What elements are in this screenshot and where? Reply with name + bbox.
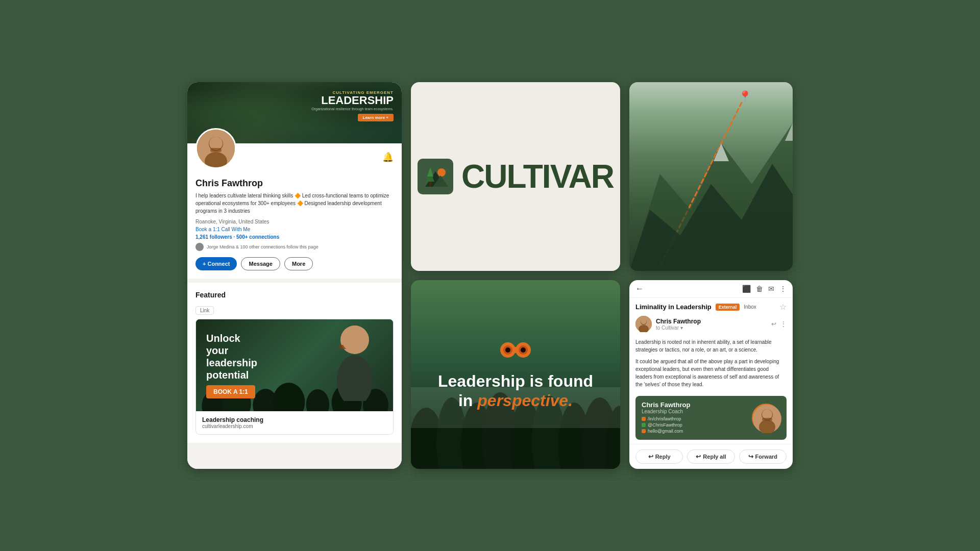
- connection-avatar: [195, 243, 204, 251]
- reply-button[interactable]: ↩ Reply: [635, 449, 683, 464]
- phone-frame[interactable]: CULTIVATING EMERGENT LEADERSHIP Organiza…: [187, 82, 402, 469]
- reply-icon[interactable]: ↩: [771, 320, 776, 328]
- profile-stats[interactable]: 1,261 followers · 500+ connections: [195, 234, 394, 240]
- cultivar-logo: CULTIVAR: [418, 158, 614, 195]
- sig-links: /in/chrisfawthrop @ChrisFawthrop hello@g…: [642, 416, 746, 434]
- linkedin-profile-card: CULTIVATING EMERGENT LEADERSHIP Organiza…: [187, 82, 402, 469]
- sig-linkedin: /in/chrisfawthrop: [642, 416, 746, 421]
- delete-icon[interactable]: 🗑: [756, 285, 763, 293]
- reply-btn-icon: ↩: [648, 453, 653, 460]
- featured-banner: Unlock your leadership potential BOOK A …: [196, 319, 393, 411]
- email-footer-buttons: ↩ Reply ↩ Reply all ↪ Forward: [629, 444, 793, 469]
- connect-button[interactable]: + Connect: [195, 257, 237, 270]
- email-paragraph-2: It could be argued that all of the above…: [635, 358, 787, 388]
- svg-rect-52: [762, 418, 772, 421]
- sender-info: Chris Fawthrop to Cultivar ▾: [656, 318, 767, 331]
- action-buttons: + Connect Message More: [195, 257, 394, 270]
- svg-point-14: [337, 355, 373, 401]
- signature-avatar: [752, 404, 780, 432]
- back-button[interactable]: ←: [635, 284, 644, 293]
- email-quick-actions: ↩ ⋮: [771, 320, 787, 328]
- svg-marker-26: [785, 123, 793, 141]
- sender-avatar: [635, 316, 652, 332]
- svg-point-43: [521, 347, 526, 353]
- section-divider: [187, 279, 402, 283]
- featured-card-title: Leadership coaching: [202, 416, 387, 423]
- forward-button[interactable]: ↪ Forward: [739, 449, 787, 464]
- sender-name: Chris Fawthrop: [656, 318, 767, 325]
- star-icon[interactable]: ☆: [779, 302, 787, 312]
- featured-card-text: Unlock your leadership potential: [206, 332, 260, 381]
- profile-location: Roanoke, Virginia, United States: [195, 219, 394, 224]
- sig-twitter: @ChrisFawthrop: [642, 422, 746, 428]
- reply-all-button[interactable]: ↩ Reply all: [687, 449, 734, 464]
- banner-cta-button[interactable]: Learn more +: [358, 114, 394, 121]
- cultivar-logo-card: CULTIVAR: [411, 82, 620, 271]
- svg-point-17: [437, 168, 446, 177]
- more-button[interactable]: More: [284, 257, 313, 270]
- banner-title: LEADERSHIP: [311, 95, 394, 106]
- email-signature-card: Chris Fawthrop Leadership Coach /in/chri…: [635, 396, 787, 440]
- email-toolbar: ← ⬛ 🗑 ✉ ⋮: [629, 280, 793, 298]
- email-sender-row: Chris Fawthrop to Cultivar ▾ ↩ ⋮: [629, 314, 793, 334]
- profile-connections: Jorge Medina & 100 other connections fol…: [195, 243, 394, 251]
- featured-card-url: cultivarleadership.com: [202, 423, 387, 429]
- more-icon[interactable]: ⋮: [780, 320, 787, 328]
- connections-text: Jorge Medina & 100 other connections fol…: [207, 244, 318, 249]
- avatar-wrapper: [195, 128, 394, 169]
- email-subject: Liminality in Leadership: [635, 303, 712, 311]
- profile-section: 🔔 Chris Fawthrop I help leaders cultivat…: [187, 143, 402, 279]
- external-badge: External: [716, 304, 740, 311]
- message-button[interactable]: Message: [241, 257, 280, 270]
- email-card: ← ⬛ 🗑 ✉ ⋮ Liminality in Leadership Exter…: [629, 280, 793, 469]
- linkedin-dot: [642, 417, 646, 421]
- svg-point-42: [505, 347, 510, 353]
- svg-point-15: [341, 325, 368, 352]
- featured-bottom: Leadership coaching cultivarleadership.c…: [196, 411, 393, 434]
- perspective-card: Leadership is found in perspective.: [411, 280, 620, 469]
- forward-btn-icon: ↪: [748, 453, 753, 460]
- cultivar-wordmark: CULTIVAR: [461, 158, 614, 195]
- twitter-dot: [642, 423, 646, 427]
- link-label: Link: [195, 306, 214, 315]
- profile-name: Chris Fawthrop: [195, 178, 394, 189]
- featured-cta[interactable]: BOOK A 1:1: [206, 385, 255, 398]
- binoculars-icon: [438, 339, 593, 364]
- mail-icon[interactable]: ✉: [768, 285, 774, 293]
- svg-point-47: [641, 319, 647, 324]
- featured-card: Unlock your leadership potential BOOK A …: [195, 319, 394, 435]
- featured-section: Featured Link: [187, 283, 402, 443]
- bell-icon[interactable]: 🔔: [382, 152, 394, 163]
- profile-bio: I help leaders cultivate lateral thinkin…: [195, 192, 394, 215]
- banner-description: Organizational resilience through team e…: [311, 107, 394, 111]
- cultivar-icon: [418, 159, 453, 194]
- signature-info: Chris Fawthrop Leadership Coach /in/chri…: [642, 401, 746, 435]
- banner-text-block: CULTIVATING EMERGENT LEADERSHIP Organiza…: [311, 90, 394, 121]
- email-body: Leadership is rooted not in inherent abi…: [629, 334, 793, 392]
- mountain-map-card: 📍: [629, 82, 793, 271]
- perspective-text: Leadership is found in perspective.: [438, 371, 593, 411]
- featured-title: Featured: [195, 291, 394, 299]
- inbox-badge: Inbox: [744, 304, 756, 310]
- toolbar-icons: ⬛ 🗑 ✉ ⋮: [742, 285, 787, 293]
- email-paragraph-1: Leadership is rooted not in inherent abi…: [635, 338, 787, 354]
- sender-to: to Cultivar ▾: [656, 325, 767, 331]
- avatar: [195, 128, 236, 169]
- sig-title: Leadership Coach: [642, 409, 746, 414]
- archive-icon[interactable]: ⬛: [742, 285, 751, 293]
- svg-rect-39: [511, 347, 520, 353]
- email-subject-row: Liminality in Leadership External Inbox …: [629, 298, 793, 314]
- email-dot: [642, 429, 646, 433]
- main-grid: CULTIVATING EMERGENT LEADERSHIP Organiza…: [167, 62, 813, 489]
- sig-name: Chris Fawthrop: [642, 401, 746, 409]
- reply-all-btn-icon: ↩: [696, 453, 701, 460]
- profile-link[interactable]: Book a 1:1 Call With Me: [195, 227, 394, 232]
- sig-email: hello@gmail.com: [642, 429, 746, 434]
- perspective-content: Leadership is found in perspective.: [428, 329, 603, 421]
- svg-rect-4: [210, 148, 222, 152]
- more-options-icon[interactable]: ⋮: [779, 285, 787, 293]
- svg-point-9: [306, 389, 329, 411]
